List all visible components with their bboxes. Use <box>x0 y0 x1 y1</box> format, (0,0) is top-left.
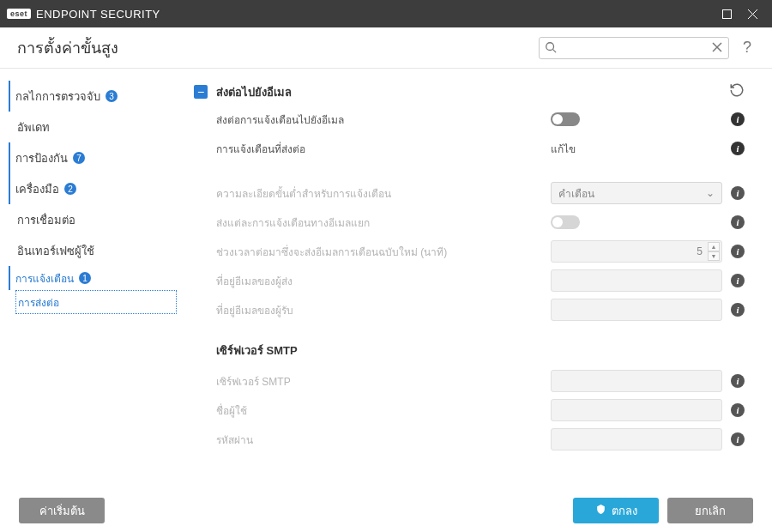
row-label: ที่อยู่อีเมลของผู้ส่ง <box>216 273 542 289</box>
help-icon[interactable]: ? <box>739 39 755 57</box>
info-icon[interactable]: i <box>731 142 745 155</box>
page-title: การตั้งค่าขั้นสูง <box>17 35 528 60</box>
sidebar-badge: 3 <box>106 90 118 102</box>
row-sender-addr: ที่อยู่อีเมลของผู้ส่ง i <box>194 266 745 295</box>
sidebar-item-protection[interactable]: การป้องกัน 7 <box>9 142 177 173</box>
search-input[interactable] <box>539 37 729 59</box>
search-box <box>539 37 729 59</box>
header: การตั้งค่าขั้นสูง ? <box>0 27 772 69</box>
sidebar-badge: 1 <box>79 272 91 284</box>
info-icon[interactable]: i <box>731 245 745 258</box>
info-icon[interactable]: i <box>731 112 745 126</box>
brand: eset ENDPOINT SECURITY <box>7 8 160 21</box>
row-label: เซิร์ฟเวอร์ SMTP <box>216 373 542 390</box>
window-maximize-button[interactable] <box>714 0 739 27</box>
section-header: − ส่งต่อไปยังอีเมล <box>194 79 745 105</box>
info-icon[interactable]: i <box>731 403 745 417</box>
row-smtp-password: รหัสผ่าน i <box>194 425 745 454</box>
info-icon[interactable]: i <box>731 215 745 229</box>
row-forward-enable: ส่งต่อการแจ้งเตือนไปยังอีเมล i <box>194 105 745 134</box>
sidebar-item-update[interactable]: อัพเดท <box>15 112 177 142</box>
info-icon[interactable]: i <box>731 303 745 317</box>
window-close-button[interactable] <box>739 0 765 27</box>
defaults-button[interactable]: ค่าเริ่มต้น <box>19 498 105 523</box>
row-label: ส่งแต่ละการแจ้งเตือนทางอีเมลแยก <box>216 215 542 231</box>
sidebar-item-label: เครื่องมือ <box>15 180 59 198</box>
row-label: ช่วงเวลาต่อมาซึ่งจะส่งอีเมลการเตือนฉบับใ… <box>216 244 542 260</box>
edit-link[interactable]: แก้ไข <box>551 141 576 157</box>
footer: ค่าเริ่มต้น ตกลง ยกเลิก <box>0 489 772 532</box>
row-min-level: ความละเอียดขั้นต่ำสำหรับการแจ้งเตือน คำเ… <box>194 178 745 208</box>
smtp-username-field[interactable] <box>551 399 722 421</box>
row-forward-notify: การแจ้งเตือนที่ส่งต่อ แก้ไข i <box>194 134 745 163</box>
sidebar-item-notifications[interactable]: การแจ้งเตือน 1 <box>9 266 177 290</box>
toggle-separate-email <box>551 215 580 229</box>
sidebar-item-label: กลไกการตรวจจับ <box>15 88 100 106</box>
row-separate-email: ส่งแต่ละการแจ้งเตือนทางอีเมลแยก i <box>194 208 745 237</box>
chevron-down-icon: ⌄ <box>706 187 715 199</box>
sidebar-badge: 2 <box>64 183 76 195</box>
info-icon[interactable]: i <box>731 432 745 446</box>
sidebar-item-label: การป้องกัน <box>15 149 68 167</box>
stepper-up-icon[interactable]: ▲ <box>708 242 720 251</box>
brand-text: ENDPOINT SECURITY <box>36 8 160 21</box>
clear-search-icon[interactable] <box>711 41 723 57</box>
row-smtp-username: ชื่อผู้ใช้ i <box>194 396 745 425</box>
ok-button[interactable]: ตกลง <box>573 498 659 523</box>
row-recipient-addr: ที่อยู่อีเมลของผู้รับ i <box>194 295 745 324</box>
row-label: ที่อยู่อีเมลของผู้รับ <box>216 302 542 318</box>
sidebar-item-label: อัพเดท <box>17 118 50 136</box>
sender-address-field[interactable] <box>551 269 722 292</box>
sidebar: กลไกการตรวจจับ 3 อัพเดท การป้องกัน 7 เคร… <box>0 69 180 489</box>
interval-stepper[interactable]: 5 ▲ ▼ <box>551 240 722 263</box>
smtp-password-field[interactable] <box>551 428 722 450</box>
row-label: ความละเอียดขั้นต่ำสำหรับการแจ้งเตือน <box>216 185 542 202</box>
collapse-icon[interactable]: − <box>194 85 208 99</box>
select-min-level[interactable]: คำเตือน ⌄ <box>551 182 722 204</box>
row-interval: ช่วงเวลาต่อมาซึ่งจะส่งอีเมลการเตือนฉบับใ… <box>194 237 745 266</box>
row-smtp-server: เซิร์ฟเวอร์ SMTP i <box>194 366 745 396</box>
sidebar-item-label: การเชื่อมต่อ <box>17 211 75 229</box>
cancel-button[interactable]: ยกเลิก <box>667 498 753 523</box>
row-label: รหัสผ่าน <box>216 432 542 448</box>
reset-icon[interactable] <box>729 82 745 101</box>
search-icon <box>545 41 557 57</box>
brand-badge: eset <box>7 9 31 19</box>
row-label: ส่งต่อการแจ้งเตือนไปยังอีเมล <box>216 112 542 128</box>
info-icon[interactable]: i <box>731 374 745 388</box>
svg-rect-0 <box>722 9 731 18</box>
toggle-forward-enable[interactable] <box>551 112 580 126</box>
sidebar-item-label: อินเทอร์เฟซผู้ใช้ <box>17 242 94 260</box>
recipient-address-field[interactable] <box>551 299 722 321</box>
sidebar-item-label: การแจ้งเตือน <box>15 270 74 287</box>
shield-icon <box>595 504 606 517</box>
svg-line-4 <box>553 49 557 52</box>
sidebar-item-forwarding[interactable]: การส่งต่อ <box>15 290 177 314</box>
sidebar-item-detection[interactable]: กลไกการตรวจจับ 3 <box>9 81 177 112</box>
row-label: ชื่อผู้ใช้ <box>216 402 542 419</box>
section-title: ส่งต่อไปยังอีเมล <box>216 83 721 101</box>
select-value: คำเตือน <box>558 185 594 202</box>
sidebar-badge: 7 <box>73 152 85 164</box>
sidebar-item-label: การส่งต่อ <box>18 294 59 311</box>
sidebar-item-tools[interactable]: เครื่องมือ 2 <box>9 173 177 204</box>
sidebar-item-connection[interactable]: การเชื่อมต่อ <box>15 204 177 235</box>
content: − ส่งต่อไปยังอีเมล ส่งต่อการแจ้งเตือนไปย… <box>180 69 772 489</box>
info-icon[interactable]: i <box>731 274 745 287</box>
svg-point-3 <box>546 42 554 50</box>
scroll-area[interactable]: − ส่งต่อไปยังอีเมล ส่งต่อการแจ้งเตือนไปย… <box>180 79 753 489</box>
row-label: การแจ้งเตือนที่ส่งต่อ <box>216 141 542 157</box>
stepper-down-icon[interactable]: ▼ <box>708 251 720 261</box>
info-icon[interactable]: i <box>731 186 745 200</box>
sidebar-item-ui[interactable]: อินเทอร์เฟซผู้ใช้ <box>15 235 177 266</box>
smtp-server-field[interactable] <box>551 370 722 392</box>
titlebar: eset ENDPOINT SECURITY <box>0 0 772 27</box>
interval-value: 5 <box>697 245 703 257</box>
smtp-section-title: เซิร์ฟเวอร์ SMTP <box>194 324 745 366</box>
